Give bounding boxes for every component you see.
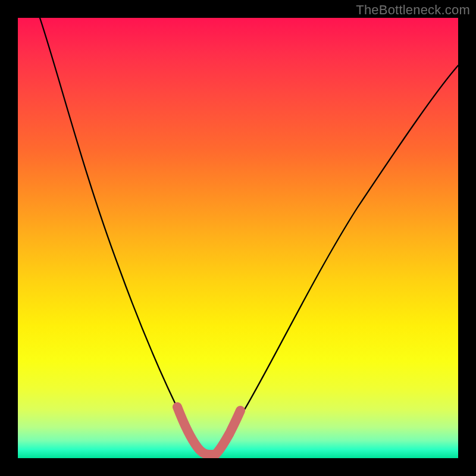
optimal-marker	[177, 407, 240, 455]
curve-layer	[18, 18, 458, 458]
figure-root: TheBottleneck.com	[0, 0, 476, 476]
gradient-plot-background	[18, 18, 458, 458]
bottleneck-curve	[40, 18, 458, 453]
watermark-label: TheBottleneck.com	[356, 2, 470, 18]
